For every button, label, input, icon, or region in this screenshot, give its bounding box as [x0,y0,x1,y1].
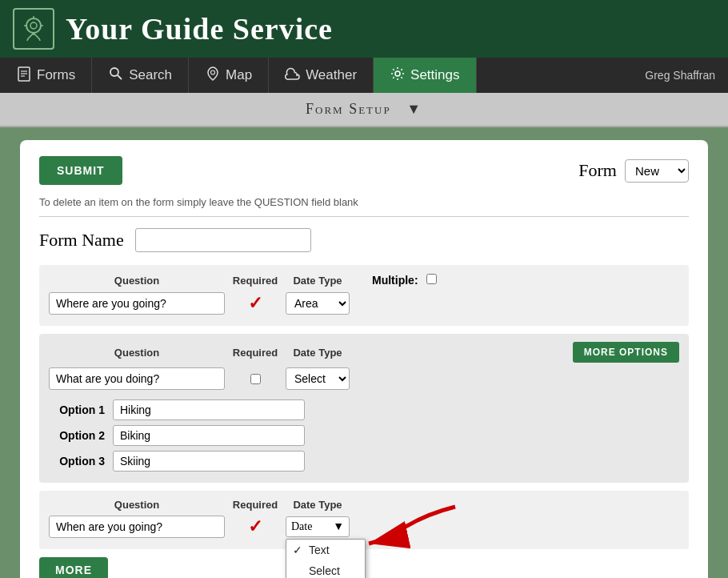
form-setup-arrow: ▼ [406,101,422,117]
weather-icon [285,66,301,86]
nav-weather[interactable]: Weather [269,58,374,93]
q2-datetype-label: Date Type [286,347,350,359]
q1-datetype-label: Date Type [286,275,350,287]
form-selector: Form New [578,159,689,183]
form-setup-title: Form Setup [306,101,391,117]
svg-point-12 [211,70,215,74]
nav-map-label: Map [226,67,252,83]
app-title: Your Guide Service [66,11,333,46]
nav-map[interactable]: Map [189,58,269,93]
nav-search[interactable]: Search [92,58,189,93]
q3-question-label: Question [49,499,225,511]
question-3-section: Question Required Date Type ✓ Date ▼ [39,491,689,549]
q1-required-label: Required [231,275,279,287]
q1-header-row: Question Required Date Type Multiple: [49,273,679,287]
nav-search-label: Search [129,67,172,83]
q3-question-input[interactable] [49,516,225,538]
settings-icon [390,66,406,86]
q1-multiple-checkbox[interactable] [426,274,437,284]
q1-question-label: Question [49,275,225,287]
option-3-row: Option 3 [49,451,679,472]
username-label: Greg Shaffran [645,69,715,82]
form-name-row: Form Name [39,228,689,252]
question-2-section: Question Required Date Type MORE OPTIONS… [39,334,689,483]
form-label: Form [578,160,617,181]
nav-settings-label: Settings [410,67,459,83]
option-3-label: Option 3 [49,455,105,468]
option-1-input[interactable] [113,399,305,420]
q1-multiple-container: Multiple: [372,273,437,287]
q2-more-options-container: MORE OPTIONS [356,342,679,363]
nav-settings[interactable]: Settings [374,58,476,93]
dropdown-item-select[interactable]: Select [286,560,365,578]
q1-datetype-select[interactable]: Area Text Select Number Date Link Photo … [286,292,350,315]
svg-point-0 [26,18,41,33]
q3-datetype-label: Date Type [286,499,350,511]
svg-line-11 [118,75,122,79]
q2-top: Question Required Date Type MORE OPTIONS… [39,334,689,396]
q3-required-label: Required [231,499,279,511]
form-name-input[interactable] [135,228,311,252]
q2-required-label: Required [231,347,279,359]
app-header: Your Guide Service [0,0,728,58]
q2-header-row: Question Required Date Type MORE OPTIONS [49,342,679,363]
more-button[interactable]: MORE [39,557,108,578]
option-2-label: Option 2 [49,429,105,442]
submit-button[interactable]: SUBMIT [39,156,122,185]
form-select[interactable]: New [625,159,689,183]
nav-forms[interactable]: Forms [0,58,92,93]
form-name-label: Form Name [39,230,124,251]
q1-input-row: ✓ Area Text Select Number Date Link Phot… [49,292,679,315]
search-icon [108,66,124,86]
q3-input-row: ✓ Date ▼ Text Select [49,516,679,538]
main-content: SUBMIT Form New To delete an item on the… [0,127,728,578]
q3-datetype-value: Date [291,520,312,533]
q2-options-section: Option 1 Option 2 Option 3 [39,396,689,483]
nav-user: Greg Shaffran [632,58,728,93]
form-panel: SUBMIT Form New To delete an item on the… [20,140,708,578]
dropdown-select-label: Select [309,564,340,577]
svg-point-13 [395,71,400,76]
q2-question-label: Question [49,347,225,359]
q2-required-check [231,374,279,384]
nav-bar: Forms Search Map Weather Settings Greg S… [0,58,728,93]
q2-question-input[interactable] [49,367,225,390]
form-setup-bar: Form Setup ▼ [0,93,728,127]
datetype-dropdown: Text Select Number Date Link [286,539,366,578]
q1-question-input[interactable] [49,292,225,315]
app-logo [13,8,54,50]
question-1-section: Question Required Date Type Multiple: ✓ … [39,265,689,326]
q3-checkmark: ✓ [248,516,262,537]
more-options-button[interactable]: MORE OPTIONS [573,342,679,363]
q1-multiple-label: Multiple: [372,274,418,287]
map-icon [205,66,221,86]
q3-header-row: Question Required Date Type [49,499,679,511]
option-1-label: Option 1 [49,403,105,416]
dropdown-item-text[interactable]: Text [286,540,365,560]
forms-icon [16,66,32,86]
option-1-row: Option 1 [49,399,679,420]
dropdown-text-label: Text [309,544,330,556]
q3-datetype-arrow: ▼ [333,520,344,533]
q2-datetype-select[interactable]: Select Text Number Date Link Photo Area … [286,367,350,390]
q1-required-check: ✓ [231,293,279,314]
q1-checkmark: ✓ [248,293,262,314]
q3-required-check: ✓ [231,516,279,537]
q2-required-checkbox[interactable] [250,374,261,384]
svg-point-1 [30,22,37,29]
q3-datetype-trigger[interactable]: Date ▼ [286,516,350,537]
svg-point-10 [110,68,118,76]
q2-input-row: Select Text Number Date Link Photo Area … [49,367,679,390]
option-2-input[interactable] [113,425,305,446]
delete-hint: To delete an item on the form simply lea… [39,196,689,217]
option-3-input[interactable] [113,451,305,472]
option-2-row: Option 2 [49,425,679,446]
nav-weather-label: Weather [306,67,357,83]
nav-forms-label: Forms [37,67,75,83]
top-row: SUBMIT Form New [39,156,689,185]
q3-datetype-container: Date ▼ Text Select Number [286,516,350,537]
